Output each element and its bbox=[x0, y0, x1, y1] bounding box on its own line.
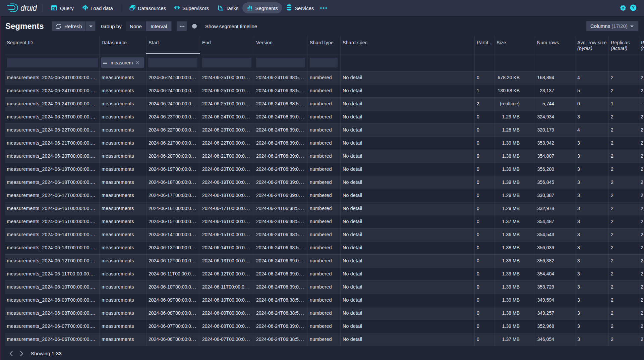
svg-text:?: ? bbox=[632, 5, 635, 10]
